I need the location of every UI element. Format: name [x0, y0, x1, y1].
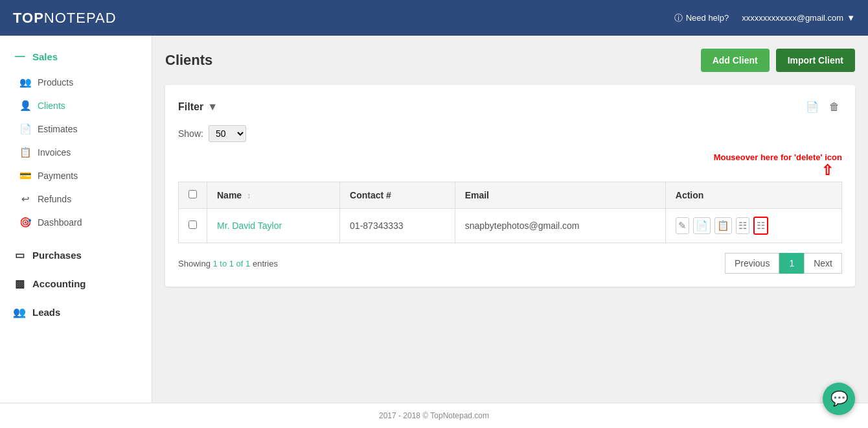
sales-icon: ⸻	[13, 50, 26, 63]
user-menu[interactable]: xxxxxxxxxxxxx@gmail.com ▼	[742, 13, 855, 23]
row-email: snapbytephotos@gmail.com	[455, 209, 665, 243]
sidebar-dashboard-label: Dashboard	[38, 217, 82, 228]
header-email[interactable]: Email	[455, 182, 665, 209]
page-title: Clients	[165, 52, 212, 69]
main-layout: ⸻ Sales 👥 Products 👤 Clients 📄 Estimates…	[0, 36, 868, 403]
filter-icon: ▼	[207, 101, 218, 113]
invoices-icon: 📋	[19, 147, 31, 158]
sidebar-section-sales[interactable]: ⸻ Sales	[0, 42, 152, 71]
sidebar-clients-label: Clients	[38, 101, 65, 111]
chat-bubble[interactable]: 💬	[823, 383, 855, 415]
sidebar-section-purchases[interactable]: ▭ Purchases	[0, 241, 152, 269]
sidebar-section-accounting[interactable]: ▩ Accounting	[0, 269, 152, 298]
estimates-icon: 📄	[19, 123, 31, 135]
help-label: Need help?	[686, 13, 729, 23]
pagination: Previous 1 Next	[725, 253, 842, 274]
sidebar-item-invoices[interactable]: 📋 Invoices	[0, 141, 152, 164]
header-contact[interactable]: Contact #	[340, 182, 455, 209]
sidebar-leads-label: Leads	[32, 307, 60, 318]
show-label: Show:	[178, 128, 203, 139]
grid-icon[interactable]: ☷	[736, 217, 749, 234]
header: TopNotepad ⓘ Need help? xxxxxxxxxxxxx@gm…	[0, 0, 868, 36]
sidebar-invoices-label: Invoices	[38, 147, 71, 158]
chat-icon: 💬	[830, 390, 848, 407]
payments-icon: 💳	[19, 170, 31, 182]
sidebar: ⸻ Sales 👥 Products 👤 Clients 📄 Estimates…	[0, 36, 152, 403]
sidebar-refunds-label: Refunds	[38, 194, 71, 204]
add-client-button[interactable]: Add Client	[701, 49, 770, 72]
invoice-icon[interactable]: 📄	[693, 217, 711, 234]
sidebar-item-estimates[interactable]: 📄 Estimates	[0, 117, 152, 141]
row-checkbox[interactable]	[188, 220, 197, 229]
delete-all-button[interactable]: 🗑	[827, 98, 842, 115]
sidebar-item-payments[interactable]: 💳 Payments	[0, 164, 152, 187]
refunds-icon: ↩	[19, 193, 31, 205]
select-all-checkbox[interactable]	[188, 190, 197, 198]
filter-row: Filter ▼ 📄 🗑	[178, 98, 842, 115]
sidebar-section-leads[interactable]: 👥 Leads	[0, 298, 152, 326]
sidebar-sales-label: Sales	[32, 51, 58, 62]
showing-highlight: 1 to 1 of 1	[212, 259, 250, 268]
sidebar-item-clients[interactable]: 👤 Clients	[0, 94, 152, 117]
clients-table: Name ↕ Contact # Email Action	[178, 182, 842, 243]
table-row: Mr. David Taylor 01-87343333 snapbytepho…	[179, 209, 842, 243]
app-logo: TopNotepad	[13, 10, 117, 27]
show-row: Show: 10 25 50 100	[178, 125, 842, 142]
main-content: Clients Add Client Import Client Filter …	[152, 36, 868, 403]
delete-icon[interactable]: ☷	[753, 217, 768, 235]
header-right: ⓘ Need help? xxxxxxxxxxxxx@gmail.com ▼	[674, 12, 855, 24]
sidebar-item-products[interactable]: 👥 Products	[0, 71, 152, 94]
header-action: Action	[665, 182, 841, 209]
filter-text: Filter	[178, 101, 203, 113]
row-checkbox-cell	[179, 209, 207, 243]
clients-card: Filter ▼ 📄 🗑 Show: 10 25 50 100	[165, 85, 855, 287]
action-icons: ✎ 📄 📋 ☷ ☷	[676, 217, 832, 235]
clients-icon: 👤	[19, 100, 31, 112]
export-csv-button[interactable]: 📄	[803, 98, 821, 115]
filter-actions: 📄 🗑	[803, 98, 842, 115]
client-name-link[interactable]: Mr. David Taylor	[217, 220, 282, 231]
sidebar-estimates-label: Estimates	[38, 124, 77, 134]
sidebar-item-dashboard[interactable]: 🎯 Dashboard	[0, 211, 152, 234]
table-body: Mr. David Taylor 01-87343333 snapbytepho…	[179, 209, 842, 243]
pagination-row: Showing 1 to 1 of 1 entries Previous 1 N…	[178, 253, 842, 274]
table-header-row: Name ↕ Contact # Email Action	[179, 182, 842, 209]
help-link[interactable]: ⓘ Need help?	[674, 12, 729, 24]
sales-section: ⸻ Sales 👥 Products 👤 Clients 📄 Estimates…	[0, 36, 152, 241]
row-contact: 01-87343333	[340, 209, 455, 243]
chevron-down-icon: ▼	[847, 13, 855, 23]
sort-name-icon: ↕	[247, 191, 251, 200]
products-icon: 👥	[19, 77, 31, 88]
sidebar-accounting-label: Accounting	[32, 278, 86, 289]
page-header: Clients Add Client Import Client	[165, 49, 855, 72]
help-icon: ⓘ	[674, 12, 683, 24]
sidebar-products-label: Products	[38, 77, 73, 88]
filter-label: Filter ▼	[178, 101, 218, 113]
import-client-button[interactable]: Import Client	[776, 49, 855, 72]
tooltip-container: Mouseover here for 'delete' icon ⇧	[178, 152, 842, 179]
footer-text: 2017 - 2018 © TopNotepad.com	[379, 411, 489, 420]
tooltip-arrow-icon: ⇧	[821, 162, 833, 179]
purchases-icon: ▭	[13, 248, 26, 261]
header-checkbox-cell	[179, 182, 207, 209]
dashboard-icon: 🎯	[19, 217, 31, 228]
page-1-button[interactable]: 1	[779, 253, 804, 274]
next-button[interactable]: Next	[804, 253, 842, 274]
clients-table-wrapper: Name ↕ Contact # Email Action	[178, 182, 842, 243]
sidebar-item-refunds[interactable]: ↩ Refunds	[0, 187, 152, 211]
page-actions: Add Client Import Client	[701, 49, 855, 72]
header-name[interactable]: Name ↕	[207, 182, 340, 209]
previous-button[interactable]: Previous	[725, 253, 779, 274]
row-name: Mr. David Taylor	[207, 209, 340, 243]
edit-icon[interactable]: ✎	[676, 217, 689, 234]
estimate-icon[interactable]: 📋	[714, 217, 732, 234]
show-select[interactable]: 10 25 50 100	[209, 125, 246, 142]
showing-text: Showing 1 to 1 of 1 entries	[178, 259, 278, 268]
footer: 2017 - 2018 © TopNotepad.com	[0, 403, 868, 428]
sidebar-purchases-label: Purchases	[32, 250, 82, 261]
user-email-text: xxxxxxxxxxxxx@gmail.com	[742, 13, 843, 23]
row-action: ✎ 📄 📋 ☷ ☷	[665, 209, 841, 243]
accounting-icon: ▩	[13, 277, 26, 290]
mouseover-tooltip: Mouseover here for 'delete' icon	[714, 152, 842, 162]
leads-icon: 👥	[13, 305, 26, 318]
